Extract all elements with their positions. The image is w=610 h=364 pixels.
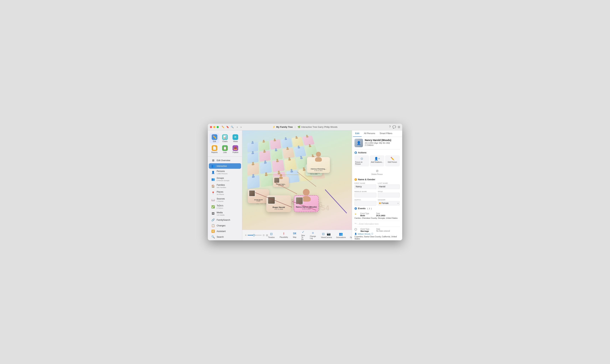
options-button[interactable]: ⚙ Options [350,232,352,238]
person-avatar: 👤 [354,139,363,147]
sidebar-item-web-search[interactable]: 🔍 Web Search [209,240,241,240]
mini-card-11[interactable] [294,146,306,157]
sidebar-families-label: Families [217,184,225,186]
last-name-value[interactable]: Harold [378,184,400,189]
plausibility-button[interactable]: ! Plausibility [280,232,288,238]
mini-card-9[interactable] [271,149,283,160]
generations-label: Generations [336,236,346,238]
card-nancy-date: ⚹24.4.1953 [296,208,317,210]
delete-person-button[interactable]: ⊘ Delete Person [369,168,385,176]
mini-card-1[interactable] [247,142,258,152]
timeline-button[interactable]: ⊟ Timeline [268,232,275,238]
assistant-icon: 🔀 [211,230,215,233]
gender-select[interactable]: Female ▾ [378,201,400,205]
card-joseph[interactable]: Joseph Harold ⚹1909 [248,189,269,203]
mini-card-2[interactable] [259,141,270,151]
card-roger[interactable]: Roger Harold ⚹27.3.1909 [266,195,291,212]
tab-edit[interactable]: Edit [353,130,362,137]
sidebar-changes-label: Changes [217,224,225,227]
help-icon[interactable]: ? [389,125,391,129]
title-value[interactable] [378,193,400,197]
sidebar-item-media[interactable]: 🖼 Media 115 Media [209,210,241,217]
sidebar-item-sources[interactable]: 📖 Sources 1 Source [209,196,241,203]
maximize-button[interactable] [217,126,219,128]
zoom-slider[interactable] [247,235,262,235]
camera-button[interactable]: 📷 Camera [326,232,332,238]
suffix-value[interactable] [354,201,376,206]
card-nancy-selected[interactable]: Nancy Harold (Woods) ⚹24.4.1953 [294,195,319,212]
mini-card-19[interactable] [247,175,260,189]
toolbar-publish[interactable]: 📤 Publish [231,144,240,155]
toolbar-lists[interactable]: 📋 Lists [220,144,230,155]
tree-view-label: 🌿 Interactive Tree Garry Philip Woods [298,126,337,128]
nancy-photo [296,197,303,204]
changes-icon: 📋 [211,224,215,227]
change-log-button[interactable]: ≡ Change Log [310,231,316,239]
event-marriage-type-label: Event Type [361,228,369,230]
new-todo-button[interactable]: ✓ New To Do [301,230,305,240]
titlebar-separator: | [295,126,295,128]
card-clarissa[interactable]: Clarissa Flemming... ⚹18.12.1911 [307,157,330,173]
name-form-row-3: Suffix Gender Female ▾ [354,199,400,206]
mini-card-13[interactable] [247,163,259,176]
window-controls [210,126,219,128]
views-button[interactable]: ⊟ Views [321,232,326,238]
middle-name-value[interactable] [354,193,376,197]
minimize-button[interactable] [213,126,215,128]
todos-icon: ✅ [211,205,215,208]
mini-card-7[interactable] [247,152,259,163]
views-btn-icon: ⊟ [322,232,324,236]
tab-all-persons[interactable]: All Persons [362,130,377,137]
focus-person-button[interactable]: ⊙ Focus on Person [354,155,369,167]
sidebar-item-groups[interactable]: 👥 Groups 0 Person Groups [209,176,241,182]
sidebar-item-changes[interactable]: 📋 Changes [209,223,241,228]
timeline-icon: ⊟ [270,232,273,236]
mini-card-15[interactable] [272,160,285,172]
mini-card-20[interactable] [260,173,273,187]
toolbar-views[interactable]: 👁 Views [231,133,240,143]
chat-icon[interactable]: 💬 [392,125,396,129]
mini-card-10[interactable] [282,148,295,159]
event-date-val: 24.4.1953 [376,215,385,217]
sidebar-item-families[interactable]: 🏠 Families 940 Families [209,183,241,189]
mini-card-16[interactable] [284,158,297,170]
grid-toggle-icon[interactable]: ⊟ [266,234,268,237]
event-marriage-date-val: No Date entered [376,230,390,232]
map-button[interactable]: 🗺 Map [293,232,296,238]
close-button[interactable] [210,126,212,128]
sidebar-item-todos[interactable]: ✅ ToDo's 0 ToDo's [209,203,241,210]
sidebar-item-assistant[interactable]: 🔀 Assistant [209,228,241,234]
add-relatives-button[interactable]: 👤+ Add Relatives... [370,155,385,167]
event-date-label: Date [376,213,385,215]
sidebar-item-persons[interactable]: 👤 Persons 1,986 Persons [209,169,241,176]
events-count-val: 2 [369,208,370,209]
sidebar-item-interactive[interactable]: 👥 Interactive [209,163,241,169]
add-relatives-icon: 👤+ [374,157,380,161]
mini-card-3[interactable] [270,139,281,149]
suffix-label: Suffix [354,199,376,201]
sidebar-item-places[interactable]: 📍 Places 34 Places [209,190,241,196]
mini-card-5[interactable] [292,137,304,147]
nav-forward-button[interactable]: › [239,125,242,129]
tree-view-text: Interactive Tree Garry Philip Woods [301,126,337,128]
toolbar-charts[interactable]: 📊 Charts [220,133,230,143]
mini-card-8[interactable] [259,151,271,162]
card-florence[interactable]: Florence Gerlu... ⚹2.2.1935 [273,177,289,187]
mini-card-4[interactable] [281,138,292,148]
nav-back-button[interactable]: ‹ [236,125,239,129]
toolbar-edit[interactable]: ✏️ Edit [209,133,219,143]
toolbar-reports[interactable]: 📄 Reports [209,144,219,155]
tab-smart-filters[interactable]: Smart Filters [378,130,394,137]
mini-card-14[interactable] [260,161,272,174]
first-name-value[interactable]: Nancy [354,184,376,189]
gender-field: Gender Female ▾ [378,199,400,206]
generations-button[interactable]: 👥 Generations [336,232,346,238]
sidebar-item-edit-overview[interactable]: ⊞ Edit Overview [209,158,241,163]
partner-icon: 👤 [354,233,357,235]
mini-card-6[interactable] [302,136,314,145]
layout-icon[interactable]: ⊟ [398,125,400,129]
sidebar-item-search[interactable]: 🔍 Search [209,234,241,240]
sidebar-item-familysearch[interactable]: 🔗 FamilySearch [209,217,241,223]
family-tree-canvas[interactable]: ~1909 – 1926 ~1919 – 1926 ~1954 [242,130,352,230]
edit-person-button[interactable]: ✏️ Edit Person [385,155,400,167]
